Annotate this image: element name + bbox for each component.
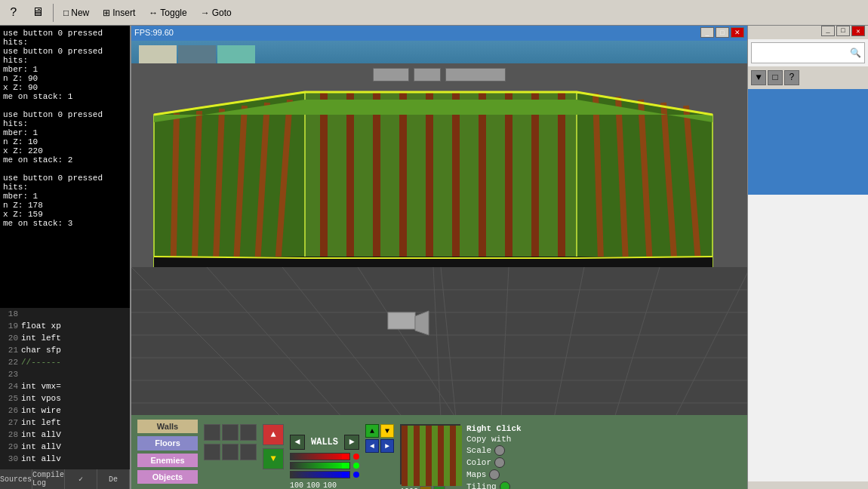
scene-3d	[131, 63, 747, 418]
wall-nav-row: ◄ WALLS ►	[290, 435, 359, 450]
copy-with-label: Copy with	[466, 435, 522, 444]
quad-arrows: ▲ ▼ ◄ ►	[365, 424, 394, 489]
code-line: 21char sfp	[0, 344, 130, 356]
wall-next-button[interactable]: ►	[344, 435, 359, 450]
grid-floor	[131, 267, 747, 418]
walls-label: WALLS	[308, 437, 341, 447]
texture-preview	[400, 424, 460, 484]
code-line: 28int allV	[0, 429, 130, 441]
green-indicator	[353, 463, 359, 469]
goto-icon: →	[201, 8, 210, 18]
close-button[interactable]: ✕	[731, 27, 744, 38]
green-value: 100	[306, 481, 320, 490]
right-toolbar-btn-1[interactable]: ▼	[751, 70, 766, 85]
new-icon: □	[63, 8, 69, 18]
console-line: use button 0 pressed	[3, 174, 127, 183]
walls-button[interactable]: Walls	[137, 420, 198, 433]
scene-btn-2[interactable]	[414, 68, 441, 82]
right-scrollbar[interactable]	[748, 481, 868, 489]
blue-value: 100	[323, 481, 337, 490]
grid-cell-3[interactable]	[240, 424, 257, 441]
up-button[interactable]: ▲	[263, 424, 284, 445]
svg-rect-47	[402, 426, 408, 486]
quad-down-left[interactable]: ◄	[365, 439, 379, 453]
quad-down-right[interactable]: ►	[380, 439, 394, 453]
tab-de[interactable]: De	[97, 469, 130, 489]
console-line	[3, 165, 127, 174]
grid-cell-5[interactable]	[222, 444, 239, 460]
computer-icon[interactable]: 🖥	[27, 2, 48, 23]
right-toolbar-btn-2[interactable]: □	[768, 70, 783, 85]
console-line: hits:	[3, 56, 127, 65]
blue-slider-row	[290, 471, 359, 478]
grid-selector	[204, 424, 257, 489]
maps-row: Maps	[466, 469, 522, 480]
bottom-tabs: Sources Compile Log ✓ De	[0, 469, 130, 489]
grid-cell-2[interactable]	[222, 424, 239, 441]
right-toolbar-btn-3[interactable]: ?	[784, 70, 799, 85]
fps-window: FPS:99.60 _ □ ✕	[130, 23, 749, 489]
new-button[interactable]: □ New	[58, 5, 94, 20]
tab-compile-log[interactable]: Compile Log	[32, 469, 65, 489]
wall-prev-button[interactable]: ◄	[290, 435, 305, 450]
right-search-bar: 🔍	[751, 42, 865, 63]
texture-prev-button[interactable]: ◄	[420, 486, 432, 489]
code-line: 19float xp	[0, 320, 130, 332]
texture-area: 1002 ◄ ►	[400, 424, 460, 489]
fps-titlebar: FPS:99.60 _ □ ✕	[131, 24, 747, 41]
right-close-button[interactable]: ✕	[851, 26, 865, 36]
console-line: hits:	[3, 38, 127, 47]
grid-cell-1[interactable]	[204, 424, 220, 441]
console-line: mber: 1	[3, 65, 127, 74]
texture-next-button[interactable]: ►	[433, 486, 445, 489]
maximize-button[interactable]: □	[716, 27, 729, 38]
fps-titlebar-buttons: _ □ ✕	[700, 27, 744, 38]
right-maximize-button[interactable]: □	[836, 26, 850, 36]
scene-btn-3[interactable]	[445, 68, 506, 82]
down-button[interactable]: ▼	[263, 448, 284, 469]
quad-up-right[interactable]: ▼	[380, 424, 394, 438]
search-icon[interactable]: 🔍	[850, 48, 861, 59]
console-line: n Z: 178	[3, 201, 127, 210]
separator-1	[53, 4, 54, 22]
maps-label: Maps	[466, 470, 486, 479]
objects-button[interactable]: Objects	[137, 470, 198, 484]
red-slider[interactable]	[290, 453, 350, 460]
goto-button[interactable]: → Goto	[195, 5, 237, 20]
game-viewport	[131, 41, 747, 418]
help-icon[interactable]: ?	[3, 2, 24, 23]
quad-up-left[interactable]: ▲	[365, 424, 379, 438]
grid-cell-4[interactable]	[204, 444, 220, 460]
color-indicator	[494, 457, 505, 468]
right-click-label: Right Click	[466, 424, 522, 433]
tab-1[interactable]	[139, 45, 177, 63]
scene-btn-1[interactable]	[373, 68, 409, 82]
enemies-button[interactable]: Enemies	[137, 454, 198, 467]
insert-button[interactable]: ⊞ Insert	[97, 5, 140, 20]
scale-indicator	[494, 445, 505, 456]
search-input[interactable]	[755, 48, 850, 57]
tab-2[interactable]	[178, 45, 216, 63]
wall-navigation: ◄ WALLS ► 100	[290, 424, 359, 489]
toggle-button[interactable]: ↔ Toggle	[143, 5, 192, 20]
scale-label: Scale	[466, 446, 491, 455]
blue-slider[interactable]	[290, 471, 350, 478]
tab-check[interactable]: ✓	[65, 469, 97, 489]
toggle-icon: ↔	[149, 8, 158, 18]
right-minimize-button[interactable]: _	[821, 26, 835, 36]
tab-sources[interactable]: Sources	[0, 469, 32, 489]
console-panel: use button 0 pressed hits: use button 0 …	[0, 26, 130, 308]
green-slider[interactable]	[290, 462, 350, 469]
grid-cell-6[interactable]	[240, 444, 257, 460]
floors-button[interactable]: Floors	[137, 436, 198, 450]
color-row: Color	[466, 457, 522, 468]
minimize-button[interactable]: _	[700, 27, 714, 38]
tiling-label: Tiling	[466, 482, 497, 489]
tiling-row: Tiling	[466, 481, 522, 489]
code-line: 23	[0, 368, 130, 380]
arrow-buttons: ▲ ▼	[263, 424, 284, 489]
code-line: 25int vpos	[0, 392, 130, 404]
tab-3[interactable]	[217, 45, 255, 63]
grid-row-2	[204, 444, 257, 460]
console-line: hits:	[3, 183, 127, 192]
